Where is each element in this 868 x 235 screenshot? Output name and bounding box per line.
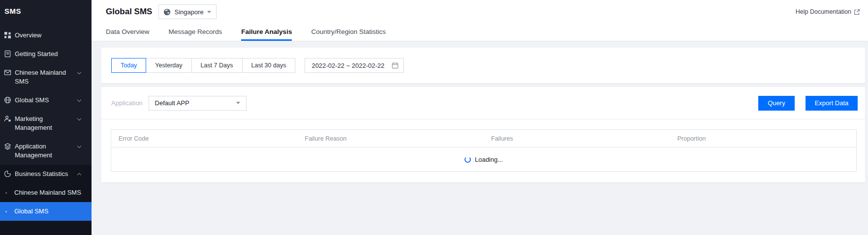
date-range-button-group: Today Yesterday Last 7 Days Last 30 days	[111, 58, 295, 73]
sidebar-item-marketing-management[interactable]: Marketing Management	[0, 110, 92, 137]
loading-text: Loading...	[475, 156, 503, 163]
chevron-down-icon	[77, 98, 81, 102]
chevron-down-icon	[77, 70, 81, 74]
table-loading-row: Loading...	[111, 147, 856, 171]
page-header: Global SMS Singapore Help Documentation …	[92, 0, 868, 41]
region-label: Singapore	[174, 8, 203, 16]
application-label: Application	[111, 99, 143, 107]
query-button[interactable]: Query	[758, 96, 795, 111]
calendar-icon[interactable]	[392, 62, 399, 69]
application-select-value: Default APP	[155, 99, 189, 107]
range-button-last-30-days[interactable]: Last 30 days	[242, 58, 296, 73]
range-button-last-7-days[interactable]: Last 7 Days	[191, 58, 243, 73]
caret-down-icon	[236, 102, 240, 104]
tab-label: Country/Region Statistics	[311, 28, 386, 35]
sidebar-item-label: Application Management	[15, 143, 52, 159]
table-header-row: Error Code Failure Reason Failures Propo…	[111, 130, 856, 147]
tab-label: Message Records	[169, 28, 222, 35]
globe-icon	[4, 96, 11, 104]
tab-label: Data Overview	[106, 28, 150, 35]
sidebar-subitem-label: Global SMS	[14, 207, 48, 215]
bullet-icon	[5, 192, 7, 194]
column-header-proportion: Proportion	[670, 135, 857, 142]
sidebar-item-business-statistics[interactable]: Business Statistics	[0, 165, 92, 183]
sidebar-item-chinese-mainland-sms[interactable]: Chinese Mainland SMS	[0, 63, 92, 91]
caret-down-icon	[207, 11, 211, 13]
external-link-icon	[854, 9, 860, 15]
bullet-icon	[5, 211, 7, 212]
chevron-down-icon	[77, 117, 81, 120]
help-link-label: Help Documentation	[796, 8, 851, 15]
failure-analysis-card: Application Default APP Query Export Dat…	[101, 87, 865, 182]
sidebar-item-global-sms[interactable]: Global SMS	[0, 91, 92, 110]
date-filter-card: Today Yesterday Last 7 Days Last 30 days…	[101, 48, 865, 83]
tab-label: Failure Analysis	[241, 28, 292, 35]
sidebar-item-overview[interactable]: Overview	[0, 26, 92, 45]
product-logo: SMS	[0, 0, 92, 15]
tab-country-region-statistics[interactable]: Country/Region Statistics	[311, 23, 386, 41]
sidebar-subitem-chinese-mainland-sms[interactable]: Chinese Mainland SMS	[0, 183, 92, 202]
person-icon	[4, 115, 11, 122]
date-range-picker[interactable]: 2022-02-22 ~ 2022-02-22	[305, 58, 404, 73]
header-top-row: Global SMS Singapore Help Documentation	[106, 0, 860, 23]
sidebar: SMS Overview Getting Started Chinese Mai…	[0, 0, 92, 235]
mail-icon	[4, 69, 11, 76]
sidebar-item-label: Getting Started	[15, 50, 58, 58]
application-select[interactable]: Default APP	[149, 96, 247, 111]
layers-icon	[4, 143, 11, 150]
export-data-button[interactable]: Export Data	[806, 96, 858, 111]
query-bar: Application Default APP Query Export Dat…	[101, 87, 865, 119]
sidebar-item-label: Chinese Mainland SMS	[15, 69, 66, 85]
page-title: Global SMS	[106, 7, 152, 17]
document-icon	[4, 50, 11, 58]
globe-icon	[163, 8, 171, 16]
sidebar-item-getting-started[interactable]: Getting Started	[0, 45, 92, 63]
tab-message-records[interactable]: Message Records	[169, 23, 222, 41]
sidebar-nav: Overview Getting Started Chinese Mainlan…	[0, 26, 92, 165]
sidebar-item-application-management[interactable]: Application Management	[0, 137, 92, 165]
date-range-value: 2022-02-22 ~ 2022-02-22	[311, 62, 392, 69]
tab-failure-analysis[interactable]: Failure Analysis	[241, 23, 292, 41]
sidebar-item-label: Global SMS	[15, 96, 49, 104]
content-area: Today Yesterday Last 7 Days Last 30 days…	[92, 41, 868, 182]
help-documentation-link[interactable]: Help Documentation	[796, 8, 860, 15]
pie-chart-icon	[4, 170, 11, 177]
sidebar-section-business-statistics: Business Statistics Chinese Mainland SMS…	[0, 165, 92, 235]
failure-table: Error Code Failure Reason Failures Propo…	[111, 129, 857, 172]
loading-spinner-icon	[465, 156, 471, 163]
column-header-failure-reason: Failure Reason	[298, 135, 484, 142]
tab-bar: Data Overview Message Records Failure An…	[106, 23, 860, 41]
sidebar-item-label: Overview	[15, 31, 41, 39]
range-button-today[interactable]: Today	[111, 58, 146, 73]
range-button-yesterday[interactable]: Yesterday	[146, 58, 191, 73]
sidebar-item-label: Marketing Management	[15, 115, 52, 131]
column-header-failures: Failures	[484, 135, 670, 142]
sidebar-subitem-label: Chinese Mainland SMS	[14, 189, 81, 196]
chevron-down-icon	[77, 144, 81, 148]
main-area: Global SMS Singapore Help Documentation …	[92, 0, 868, 182]
sidebar-subitem-global-sms[interactable]: Global SMS	[0, 202, 92, 221]
chevron-up-icon	[77, 173, 81, 177]
tab-data-overview[interactable]: Data Overview	[106, 23, 150, 41]
column-header-error-code: Error Code	[111, 135, 298, 142]
region-selector[interactable]: Singapore	[158, 4, 216, 19]
grid-icon	[4, 31, 11, 39]
sidebar-item-label: Business Statistics	[15, 170, 68, 177]
